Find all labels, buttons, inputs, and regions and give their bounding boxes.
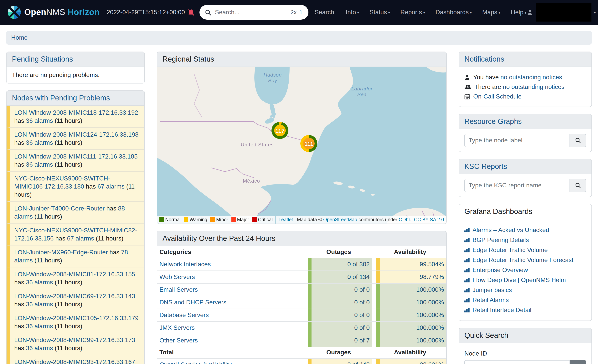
leaflet-link[interactable]: Leaflet: [279, 217, 293, 222]
grafana-title: Grafana Dashboards: [459, 204, 591, 219]
notices-off-icon[interactable]: [188, 9, 195, 16]
overall-availability-link[interactable]: Overall Service Availability: [159, 361, 232, 364]
user-notices-row: You have no outstanding notices: [464, 73, 586, 81]
resource-graphs-input[interactable]: [464, 134, 570, 147]
outages-cell: 3 of 448: [308, 359, 372, 364]
grafana-dashboard-link[interactable]: Juniper basics: [473, 286, 512, 294]
grafana-dashboard-item: Enterprise Overview: [464, 266, 586, 274]
calendar-icon: [464, 93, 470, 99]
alarms-link[interactable]: 36 alarms: [26, 117, 53, 124]
notifications-title: Notifications: [459, 52, 591, 67]
ccbysa-link[interactable]: CC BY-SA 2.0: [414, 217, 444, 222]
category-link[interactable]: JMX Servers: [159, 324, 195, 331]
availability-cell: 98.779%: [376, 271, 446, 283]
node-link[interactable]: LON-Window-2008-MIMIC118-172.16.33.192: [14, 109, 138, 116]
global-search[interactable]: Search... 2x ⇧: [199, 5, 308, 20]
breadcrumb: Home: [6, 31, 592, 45]
grafana-dashboard-link[interactable]: Edge Router Traffic Volume: [473, 246, 548, 254]
alarms-link[interactable]: 36 alarms: [26, 345, 53, 351]
node-id-input[interactable]: [464, 360, 570, 364]
outages-cell: 0 of 0: [308, 322, 372, 334]
category-link[interactable]: Web Servers: [159, 274, 195, 281]
node-problem-item: LON-Window-2008-MIMIC124-172.16.33.198 h…: [7, 128, 144, 150]
user-notices-link[interactable]: no outstanding notices: [500, 74, 562, 81]
node-link[interactable]: LON-Window-2008-MIMIC111-172.16.33.185: [14, 153, 138, 160]
nav-menu-item[interactable]: Reports▾: [400, 9, 425, 16]
alarms-link[interactable]: 36 alarms: [26, 161, 53, 168]
notifications-panel: Notifications You have no outstanding no…: [459, 52, 592, 107]
ksc-reports-search-button[interactable]: [570, 179, 586, 192]
all-notices-row: There are no outstanding notices: [464, 83, 586, 91]
nav-menu-item[interactable]: Dashboards▾: [435, 9, 472, 16]
node-link[interactable]: NYC-Cisco-NEXUS9000-SWITCH-MIMIC106-172.…: [14, 175, 110, 190]
node-link[interactable]: LON-Window-2008-MIMIC105-172.16.33.179: [14, 315, 139, 321]
map-cluster-marker[interactable]: 117: [272, 122, 288, 139]
ksc-reports-input[interactable]: [464, 179, 570, 192]
grafana-dashboard-link[interactable]: Alarms – Acked vs Unacked: [473, 226, 549, 234]
nav-menu-item[interactable]: Info▾: [346, 9, 359, 16]
grafana-dashboard-item: Juniper basics: [464, 286, 586, 294]
outages-cell: 0 of 134: [308, 271, 372, 283]
category-link[interactable]: Other Servers: [159, 337, 198, 344]
outages-cell: 0 of 0: [308, 283, 372, 296]
map-attribution: Leaflet | Map data © OpenStreetMap contr…: [276, 216, 446, 224]
odbl-link[interactable]: ODbL: [399, 217, 411, 222]
grafana-dashboard-link[interactable]: Enterprise Overview: [473, 266, 528, 274]
availability-row: JMX Servers 0 of 0 100.000%: [157, 322, 446, 334]
chevron-down-icon: ▾: [470, 10, 472, 15]
availability-cell: 100.000%: [376, 283, 446, 296]
nav-menu-item[interactable]: Search: [315, 9, 335, 16]
redacted-username[interactable]: [536, 3, 592, 22]
server-timestamp: 2022-04-29T15:15:12+00:00: [107, 9, 185, 16]
grafana-dashboard-link[interactable]: Flow Deep Dive | OpenNMS Helm: [473, 276, 566, 284]
grafana-dashboard-link[interactable]: Edge Router Traffic Volume Forecast: [473, 256, 573, 264]
osm-link[interactable]: OpenStreetMap: [323, 217, 357, 222]
alarms-link[interactable]: 36 alarms: [26, 279, 53, 285]
node-id-search-button[interactable]: [570, 360, 586, 364]
regional-status-map[interactable]: Hudson Bay Labrador Sea United States Mé…: [157, 67, 446, 224]
availability-total-row: Overall Service Availability 3 of 448 98…: [157, 359, 446, 364]
alarms-link[interactable]: 36 alarms: [26, 323, 53, 329]
grafana-dashboard-item: Alarms – Acked vs Unacked: [464, 226, 586, 234]
alarms-link[interactable]: 36 alarms: [26, 301, 53, 307]
alarms-link[interactable]: 67 alarms: [97, 183, 125, 190]
grafana-dashboard-link[interactable]: BGP Peering Details: [473, 236, 529, 244]
node-link[interactable]: LON-Juniper-MX960-Edge-Router: [14, 249, 108, 256]
all-notices-link[interactable]: no outstanding notices: [503, 83, 565, 90]
node-link[interactable]: LON-Window-2008-MIMIC93-172.16.33.167: [14, 359, 135, 364]
node-link[interactable]: LON-Window-2008-MIMIC81-172.16.33.155: [14, 271, 135, 277]
oncall-schedule-link[interactable]: On-Call Schedule: [473, 92, 522, 100]
brand[interactable]: OpenNMSHorizon: [8, 6, 100, 19]
node-link[interactable]: LON-Window-2008-MIMIC124-172.16.33.198: [14, 131, 139, 138]
brand-text: OpenNMSHorizon: [24, 7, 100, 17]
category-link[interactable]: Email Servers: [159, 286, 198, 293]
grafana-dashboard-link[interactable]: Retail Interface Detail: [473, 306, 532, 314]
nav-menu-item[interactable]: Status▾: [369, 9, 390, 16]
node-link[interactable]: LON-Juniper-T4000-Core-Router: [14, 205, 105, 212]
nav-menu-item[interactable]: Maps▾: [482, 9, 500, 16]
availability-table: Categories Outages Availability Network …: [157, 246, 446, 364]
outages-cell: 0 of 0: [308, 309, 372, 321]
middle-column: Regional Status: [157, 52, 447, 364]
legend-item: Warning: [184, 217, 207, 222]
alarms-link[interactable]: 36 alarms: [26, 139, 53, 146]
nav-menu-item[interactable]: Help▾: [511, 9, 527, 16]
map-cluster-marker[interactable]: 111: [300, 135, 317, 152]
chevron-down-icon: ▾: [388, 10, 390, 15]
node-link[interactable]: LON-Window-2008-MIMIC69-172.16.33.143: [14, 293, 135, 299]
grafana-panel: Grafana Dashboards Alarms – Acked vs Una…: [459, 204, 592, 321]
category-link[interactable]: Network Interfaces: [159, 261, 211, 268]
search-icon: [205, 9, 211, 16]
breadcrumb-home-link[interactable]: Home: [11, 34, 27, 41]
node-link[interactable]: LON-Window-2008-MIMIC99-172.16.33.173: [14, 337, 135, 343]
availability-row: Database Servers 0 of 0 100.000%: [157, 309, 446, 322]
resource-graphs-search-button[interactable]: [570, 134, 586, 147]
category-link[interactable]: DNS and DHCP Servers: [159, 299, 226, 306]
grafana-dashboard-link[interactable]: Retail Alarms: [473, 296, 509, 304]
category-link[interactable]: Database Servers: [159, 312, 209, 319]
alarms-link[interactable]: 67 alarms: [67, 235, 94, 242]
availability-row: Email Servers 0 of 0 100.000%: [157, 283, 446, 296]
availability-cell: 100.000%: [376, 334, 446, 347]
node-problem-item: LON-Juniper-MX960-Edge-Router has 78 ala…: [7, 245, 144, 267]
legend-item: Critical: [252, 217, 273, 222]
